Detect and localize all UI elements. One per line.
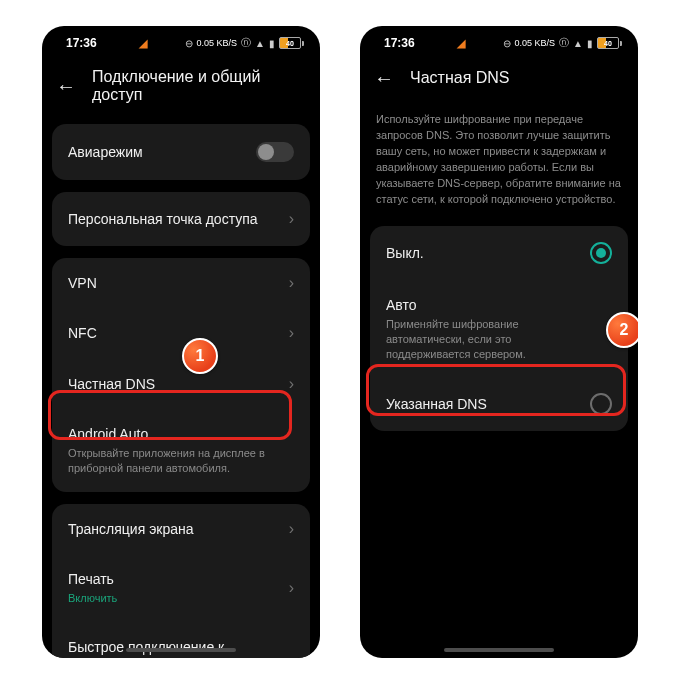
chevron-right-icon: › <box>289 274 294 292</box>
toggle-airplane[interactable] <box>256 142 294 162</box>
nav-pill[interactable] <box>444 648 554 652</box>
status-bar: 17:36 ◢ ⊖ 0.05 KB/S ⓝ ▲ ▮ 40 <box>42 26 320 54</box>
chevron-right-icon: › <box>289 520 294 538</box>
row-print[interactable]: Печать Включить › <box>52 554 310 622</box>
row-hotspot[interactable]: Персональная точка доступа › <box>52 192 310 246</box>
row-cast[interactable]: Трансляция экрана › <box>52 504 310 554</box>
row-dns-auto[interactable]: Авто Применяйте шифрование автоматически… <box>370 280 628 378</box>
status-time: 17:36 <box>66 36 97 50</box>
screen-header: ← Частная DNS <box>360 54 638 108</box>
radio-off[interactable] <box>590 242 612 264</box>
net-speed: 0.05 KB/S <box>515 38 556 48</box>
dnd-icon: ⊖ <box>503 38 511 49</box>
row-dns-specified[interactable]: Указанная DNS <box>370 377 628 431</box>
row-dns-off[interactable]: Выкл. <box>370 226 628 280</box>
nav-pill[interactable] <box>126 648 236 652</box>
dns-description: Используйте шифрование при передаче запр… <box>360 108 638 226</box>
status-orange-icon: ◢ <box>139 37 147 50</box>
nfc-icon: ⓝ <box>559 36 569 50</box>
wifi-icon: ▲ <box>573 38 583 49</box>
status-orange-icon: ◢ <box>457 37 465 50</box>
dns-options: Выкл. Авто Применяйте шифрование автомат… <box>360 226 638 658</box>
page-title: Частная DNS <box>410 69 510 87</box>
row-android-auto[interactable]: Android Auto Открывайте приложения на ди… <box>52 409 310 492</box>
chevron-right-icon: › <box>289 375 294 393</box>
row-nfc[interactable]: NFC › <box>52 308 310 358</box>
wifi-icon: ▲ <box>255 38 265 49</box>
screen-header: ← Подключение и общий доступ <box>42 54 320 124</box>
row-quick-connect[interactable]: Быстрое подключение к устройствам Исполь… <box>52 622 310 658</box>
battery-indicator: 40 <box>597 37 622 49</box>
chevron-right-icon: › <box>289 579 294 597</box>
battery-indicator: 40 <box>279 37 304 49</box>
back-icon[interactable]: ← <box>56 76 76 96</box>
settings-list[interactable]: Авиарежим Персональная точка доступа › V… <box>42 124 320 658</box>
phone-screenshot-1: 17:36 ◢ ⊖ 0.05 KB/S ⓝ ▲ ▮ 40 ← Подключен… <box>42 26 320 658</box>
phone-screenshot-2: 17:36 ◢ ⊖ 0.05 KB/S ⓝ ▲ ▮ 40 ← Частная D… <box>360 26 638 658</box>
status-bar: 17:36 ◢ ⊖ 0.05 KB/S ⓝ ▲ ▮ 40 <box>360 26 638 54</box>
status-time: 17:36 <box>384 36 415 50</box>
radio-specified[interactable] <box>590 393 612 415</box>
signal-icon: ▮ <box>587 38 593 49</box>
signal-icon: ▮ <box>269 38 275 49</box>
row-airplane[interactable]: Авиарежим <box>52 124 310 180</box>
row-private-dns[interactable]: Частная DNS › <box>52 359 310 409</box>
back-icon[interactable]: ← <box>374 68 394 88</box>
page-title: Подключение и общий доступ <box>92 68 306 104</box>
chevron-right-icon: › <box>289 210 294 228</box>
net-speed: 0.05 KB/S <box>197 38 238 48</box>
status-right: ⊖ 0.05 KB/S ⓝ ▲ ▮ 40 <box>503 36 622 50</box>
nfc-icon: ⓝ <box>241 36 251 50</box>
status-right: ⊖ 0.05 KB/S ⓝ ▲ ▮ 40 <box>185 36 304 50</box>
row-vpn[interactable]: VPN › <box>52 258 310 308</box>
chevron-right-icon: › <box>289 324 294 342</box>
dnd-icon: ⊖ <box>185 38 193 49</box>
